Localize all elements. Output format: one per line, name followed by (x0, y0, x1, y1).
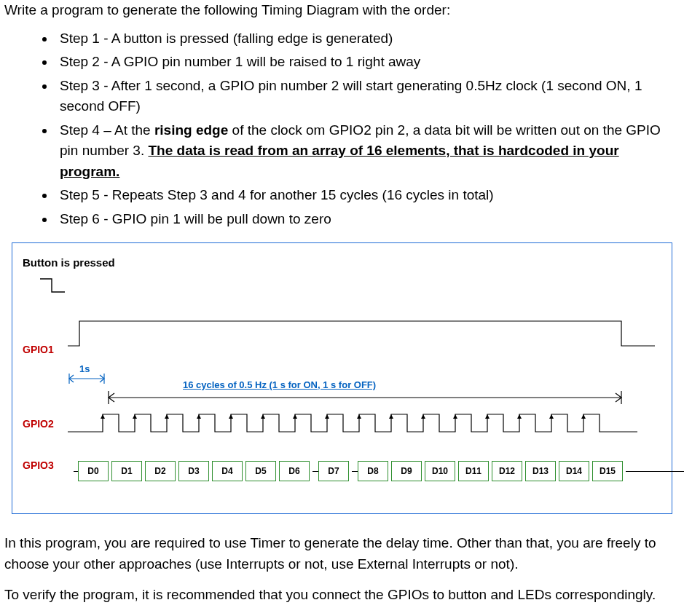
data-cell: D4 (212, 461, 243, 481)
svg-marker-10 (229, 414, 233, 419)
svg-marker-21 (581, 414, 586, 419)
diagram-title: Button is pressed (23, 255, 661, 272)
svg-marker-11 (261, 414, 265, 419)
data-cell: D3 (178, 461, 209, 481)
gpio1-row: GPIO1 (23, 317, 661, 360)
svg-marker-17 (453, 414, 457, 419)
post-text-1: In this program, you are required to use… (4, 533, 680, 574)
data-cell: D9 (391, 461, 422, 481)
svg-marker-15 (389, 414, 393, 419)
timing-diagram: Button is pressed GPIO1 1s 16 cycle (12, 242, 672, 514)
data-cell: D15 (592, 461, 623, 481)
button-edge-icon (39, 276, 68, 298)
data-cell: D12 (492, 461, 522, 481)
svg-marker-12 (293, 414, 297, 419)
intro-text: Write a program to generate the followin… (4, 0, 680, 21)
step-2: Step 2 - A GPIO pin number 1 will be rai… (55, 52, 680, 73)
post-text-2: To verify the program, it is recommended… (4, 585, 680, 606)
svg-marker-9 (197, 414, 201, 419)
data-cell: D13 (525, 461, 556, 481)
gpio2-group: 1s 16 cycles of 0.5 Hz (1 s for ON, 1 s … (23, 366, 661, 439)
data-cell: D2 (145, 461, 176, 481)
data-cell: D1 (111, 461, 142, 481)
svg-marker-16 (421, 414, 425, 419)
step-4-rising-edge: rising edge (154, 122, 228, 138)
gpio1-label: GPIO1 (23, 342, 65, 358)
gpio2-wave (68, 407, 665, 436)
step-5: Step 5 - Repeats Step 3 and 4 for anothe… (55, 185, 680, 206)
annot-cycles-arrow (68, 391, 656, 404)
gpio3-data-cells: D0D1D2D3D4D5D6D7D8D9D10D11D12D13D14D15 (74, 461, 684, 481)
svg-marker-6 (101, 414, 105, 419)
step-1: Step 1 - A button is pressed (falling ed… (55, 28, 680, 50)
svg-marker-19 (517, 414, 522, 419)
annot-cycles-label: 16 cycles of 0.5 Hz (1 s for ON, 1 s for… (183, 378, 376, 392)
data-cell: D14 (559, 461, 589, 481)
data-cell: D8 (358, 461, 388, 481)
step-6: Step 6 - GPIO pin 1 will be pull down to… (55, 209, 680, 230)
data-cell: D7 (318, 461, 349, 481)
gpio1-wave (68, 317, 665, 353)
annot-1s-arrow (66, 372, 110, 385)
step-4: Step 4 – At the rising edge of the clock… (55, 120, 680, 183)
data-cell: D5 (245, 461, 276, 481)
data-cell: D0 (78, 461, 109, 481)
step-4a: Step 4 – At the (60, 122, 154, 138)
gpio3-row: GPIO3 D0D1D2D3D4D5D6D7D8D9D10D11D12D13D1… (23, 457, 661, 489)
step-list: Step 1 - A button is pressed (falling ed… (4, 28, 680, 230)
svg-marker-13 (325, 414, 329, 419)
step-3: Step 3 - After 1 second, a GPIO pin numb… (55, 76, 680, 117)
gpio3-label: GPIO3 (23, 458, 65, 473)
data-cell: D11 (458, 461, 489, 481)
svg-marker-14 (357, 414, 361, 419)
svg-marker-20 (549, 414, 554, 419)
svg-marker-7 (133, 414, 137, 419)
data-cell: D6 (279, 461, 310, 481)
svg-marker-18 (485, 414, 490, 419)
gpio2-label: GPIO2 (23, 416, 65, 432)
data-cell: D10 (425, 461, 455, 481)
svg-marker-8 (165, 414, 169, 419)
